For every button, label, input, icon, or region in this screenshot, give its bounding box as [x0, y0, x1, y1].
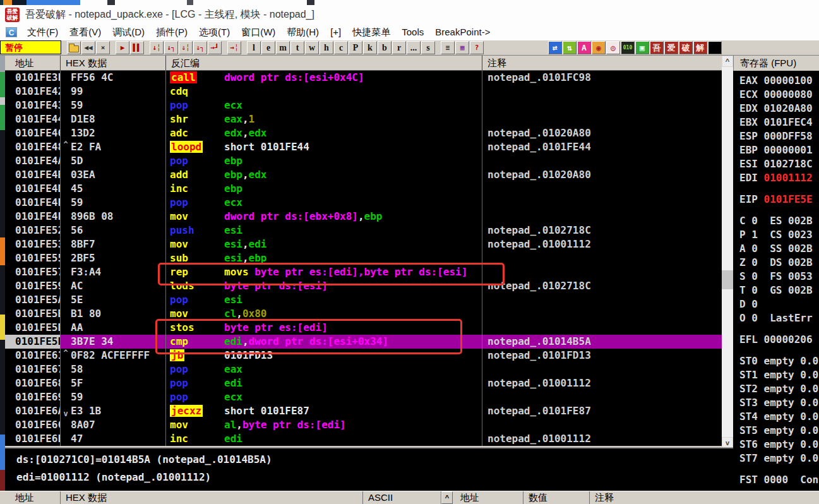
- flag-row-p[interactable]: P 1 CS 0023: [739, 228, 819, 242]
- register-row-fst[interactable]: FST 0000 Con: [739, 473, 819, 487]
- register-row-efl[interactable]: EFL 00000206: [739, 333, 819, 347]
- flag-row-c[interactable]: C 0 ES 002B: [739, 214, 819, 228]
- flag-row-d[interactable]: D 0: [739, 297, 819, 311]
- disasm-row[interactable]: 0101FE44D1E8shreax,1: [5, 112, 722, 126]
- pane-shortcut-button-h[interactable]: h: [320, 41, 333, 54]
- plugin-a-icon[interactable]: A: [577, 41, 591, 54]
- flag-row-t[interactable]: T 0 GS 002B: [739, 284, 819, 297]
- disasm-row[interactable]: 0101FE61^0F82 ACFEFFFFjb0101FD13notepad_…: [5, 349, 722, 363]
- register-row-esp[interactable]: ESP 000DFF58: [739, 129, 819, 143]
- run-button[interactable]: ▶: [116, 41, 129, 54]
- disasm-row[interactable]: 0101FE4E59popecx: [5, 196, 722, 210]
- menu-item[interactable]: Tools: [396, 25, 429, 40]
- plugin-po-icon[interactable]: 破: [679, 41, 693, 54]
- plugin-monitor-icon[interactable]: ▣: [635, 41, 649, 54]
- disasm-row[interactable]: 0101FE5256pushesinotepad_.0102718C: [5, 224, 722, 237]
- pane-shortcut-button-P[interactable]: P: [349, 41, 362, 54]
- animate-into-button[interactable]: ⇓╎: [179, 41, 193, 54]
- plugin-record-icon[interactable]: ◉: [592, 41, 606, 54]
- register-row-st7[interactable]: ST7 empty 0.0: [739, 452, 819, 465]
- register-row-eax[interactable]: EAX 00000100: [739, 74, 819, 88]
- step-over-button[interactable]: ↓┐: [164, 41, 178, 54]
- disasm-row[interactable]: 0101FE5BB1 80movcl,0x80: [5, 307, 722, 321]
- disasm-row[interactable]: 0101FE4359popecx: [5, 99, 722, 112]
- open-file-button[interactable]: [67, 41, 81, 54]
- pane-shortcut-button-l[interactable]: l: [247, 41, 261, 54]
- disasm-row[interactable]: 0101FE4613D2adcedx,edxnotepad_.01020A80: [5, 126, 722, 140]
- register-row-eip[interactable]: EIP 0101FE5E: [739, 193, 819, 207]
- menu-item[interactable]: 选项(T): [193, 25, 236, 40]
- pause-button[interactable]: ▌▌: [130, 41, 144, 54]
- menu-item[interactable]: BreakPoint->: [429, 25, 496, 40]
- disasm-row[interactable]: 0101FE48^E2 FAloopdshort 0101FE44notepad…: [5, 140, 722, 154]
- disasm-row[interactable]: 0101FE685Fpopedinotepad_.01001112: [5, 376, 722, 390]
- disasm-row[interactable]: 0101FE4F896B 08movdword ptr ds:[ebx+0x8]…: [5, 210, 722, 224]
- pane-shortcut-button-r[interactable]: r: [392, 41, 406, 54]
- disasm-row[interactable]: 0101FE3FFF56 4Ccalldword ptr ds:[esi+0x4…: [5, 71, 722, 85]
- menu-item[interactable]: [+]: [325, 25, 347, 40]
- flag-row-o[interactable]: O 0 LastErr: [739, 311, 819, 325]
- register-row-edx[interactable]: EDX 01020A80: [739, 102, 819, 116]
- pane-shortcut-button-t[interactable]: t: [290, 41, 304, 54]
- disasm-row[interactable]: 0101FE5DAAstosbyte ptr es:[edi]: [5, 321, 722, 335]
- pane-shortcut-button-w[interactable]: w: [305, 41, 319, 54]
- menu-item[interactable]: 窗口(W): [236, 25, 281, 40]
- pane-shortcut-button-more[interactable]: ...: [407, 41, 421, 54]
- dump-scroll-up-icon[interactable]: ^: [441, 491, 453, 504]
- flag-row-z[interactable]: Z 0 DS 002B: [739, 256, 819, 270]
- pane-shortcut-button-m[interactable]: m: [276, 41, 290, 54]
- disasm-row[interactable]: 0101FE6C8A07moval,byte ptr ds:[edi]: [5, 418, 722, 432]
- register-row-st1[interactable]: ST1 empty 0.0: [739, 368, 819, 382]
- go-back-button[interactable]: ◀◀: [81, 41, 95, 54]
- register-row-st2[interactable]: ST2 empty 0.0: [739, 382, 819, 396]
- flag-row-a[interactable]: A 0 SS 002B: [739, 242, 819, 256]
- register-row-st3[interactable]: ST3 empty 0.0: [739, 396, 819, 410]
- disasm-row[interactable]: 0101FE6AvE3 1Bjecxzshort 0101FE87notepad…: [5, 404, 722, 418]
- menu-item[interactable]: 查看(V): [64, 25, 107, 40]
- disasm-row[interactable]: 0101FE59AClodsbyte ptr ds:[esi]notepad_.…: [5, 279, 722, 293]
- disasm-row[interactable]: 0101FE538BF7movesi,edinotepad_.01001112: [5, 237, 722, 251]
- disasm-row[interactable]: 0101FE552BF5subesi,ebp: [5, 251, 722, 265]
- plugin-spiral-icon[interactable]: ◎: [606, 41, 620, 54]
- window-system-icon[interactable]: C: [6, 27, 17, 37]
- register-row-st6[interactable]: ST6 empty 0.0: [739, 438, 819, 452]
- plugin-black-icon[interactable]: [708, 41, 722, 54]
- disasm-row[interactable]: 0101FE4D45incebp: [5, 182, 722, 196]
- register-row-ebp[interactable]: EBP 00000001: [739, 143, 819, 157]
- register-row-st4[interactable]: ST4 empty 0.0: [739, 410, 819, 424]
- register-row-edi[interactable]: EDI 01001112: [739, 171, 819, 185]
- menu-item[interactable]: 文件(F): [21, 25, 64, 40]
- plugin-binary-icon[interactable]: 010: [621, 41, 635, 54]
- plugin-sync-icon[interactable]: ⇄: [548, 41, 562, 54]
- windows-list-button[interactable]: ▦: [455, 41, 469, 54]
- pane-shortcut-button-e[interactable]: e: [261, 41, 275, 54]
- disasm-row[interactable]: 0101FE6E47incedinotepad_.01001112: [5, 432, 722, 446]
- menu-item[interactable]: 快捷菜单: [347, 25, 396, 40]
- help-button[interactable]: ?: [470, 41, 484, 54]
- execute-till-user-code-button[interactable]: →╎: [227, 41, 241, 54]
- register-row-esi[interactable]: ESI 0102718C: [739, 157, 819, 171]
- register-row-st5[interactable]: ST5 empty 0.0: [739, 424, 819, 438]
- close-window-button[interactable]: ×: [96, 41, 110, 54]
- pane-shortcut-button-c[interactable]: c: [334, 41, 348, 54]
- plugin-wu-icon[interactable]: 吾: [650, 41, 664, 54]
- disasm-row[interactable]: 0101FE4299cdq: [5, 85, 722, 99]
- disassembly-scrollbar[interactable]: ^ v: [722, 56, 733, 448]
- step-into-button[interactable]: ↓╎: [150, 41, 164, 54]
- register-row-ecx[interactable]: ECX 00000080: [739, 88, 819, 102]
- scrollbar-thumb[interactable]: [722, 270, 733, 289]
- menu-item[interactable]: 帮助(H): [281, 25, 325, 40]
- disasm-row[interactable]: 0101FE57F3:A4repmovs byte ptr es:[edi],b…: [5, 265, 722, 279]
- disasm-row[interactable]: 0101FE5A5Epopesi: [5, 293, 722, 307]
- flag-row-s[interactable]: S 0 FS 0053: [739, 270, 819, 284]
- pane-shortcut-button-s[interactable]: s: [421, 41, 435, 54]
- disasm-row[interactable]: 0101FE6758popeax: [5, 363, 722, 376]
- scrollbar-up-icon[interactable]: ^: [722, 56, 733, 67]
- animate-over-button[interactable]: ⇓┐: [193, 41, 207, 54]
- register-row-st0[interactable]: ST0 empty 0.0: [739, 354, 819, 368]
- log-window-button[interactable]: ≡: [441, 41, 455, 54]
- plugin-jie-icon[interactable]: 解: [693, 41, 707, 54]
- execute-till-return-button[interactable]: →┚: [208, 41, 222, 54]
- plugin-updown-icon[interactable]: ⇅: [563, 41, 577, 54]
- register-row-ebx[interactable]: EBX 0101FEC4: [739, 116, 819, 129]
